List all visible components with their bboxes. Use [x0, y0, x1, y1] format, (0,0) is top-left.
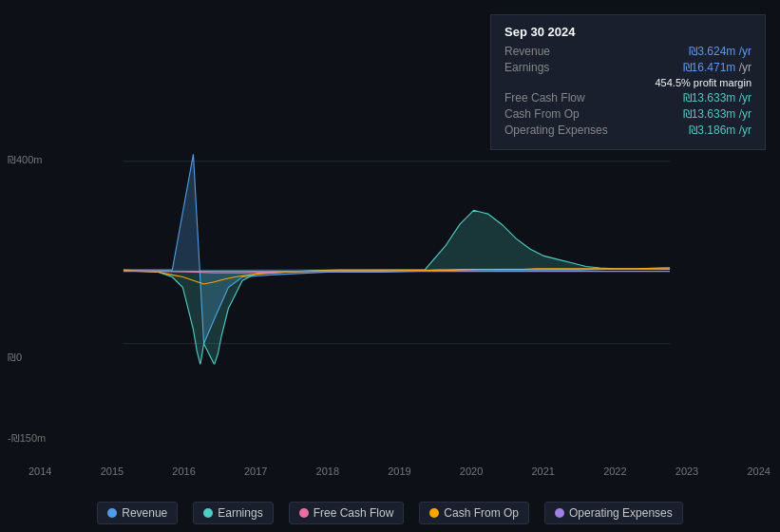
profit-margin-value: 454.5% profit margin	[656, 77, 752, 88]
info-row-earnings: Earnings ₪16.471m /yr	[504, 61, 751, 74]
earnings-period: /yr	[739, 61, 751, 74]
legend-dot-opex	[555, 508, 564, 518]
opex-label: Operating Expenses	[504, 124, 608, 137]
x-label-2020: 2020	[460, 466, 483, 477]
legend-dot-cashfromop	[429, 508, 439, 518]
legend-cashfromop[interactable]: Cash From Op	[419, 502, 529, 524]
revenue-value: ₪3.624m /yr	[689, 45, 751, 58]
earnings-value: ₪16.471m /yr	[683, 61, 751, 74]
x-label-2021: 2021	[531, 466, 554, 477]
info-tooltip: Sep 30 2024 Revenue ₪3.624m /yr Earnings…	[490, 14, 766, 150]
legend-opex[interactable]: Operating Expenses	[544, 502, 683, 524]
x-label-2024: 2024	[747, 466, 770, 477]
x-label-2014: 2014	[29, 466, 51, 477]
x-label-2015: 2015	[101, 466, 124, 477]
x-label-2017: 2017	[244, 466, 267, 477]
cashfromop-value: ₪13.633m /yr	[683, 107, 751, 121]
cashfromop-label: Cash From Op	[504, 107, 580, 121]
fcf-value: ₪13.633m /yr	[683, 91, 751, 104]
fcf-label: Free Cash Flow	[504, 91, 585, 104]
legend-dot-fcf	[299, 508, 309, 518]
x-label-2018: 2018	[316, 466, 339, 477]
info-row-fcf: Free Cash Flow ₪13.633m /yr	[504, 91, 751, 104]
x-label-2016: 2016	[172, 466, 195, 477]
legend-dot-revenue	[107, 508, 117, 518]
info-row-opex: Operating Expenses ₪3.186m /yr	[504, 124, 751, 137]
x-label-2023: 2023	[675, 466, 698, 477]
info-row-revenue: Revenue ₪3.624m /yr	[504, 45, 751, 58]
legend-label-cashfromop: Cash From Op	[444, 506, 519, 520]
x-label-2019: 2019	[388, 466, 410, 477]
revenue-label: Revenue	[504, 45, 550, 58]
main-chart	[0, 147, 780, 442]
info-row-cashfromop: Cash From Op ₪13.633m /yr	[504, 107, 751, 121]
legend-fcf[interactable]: Free Cash Flow	[289, 502, 405, 524]
legend-label-fcf: Free Cash Flow	[314, 506, 394, 520]
legend-label-revenue: Revenue	[122, 506, 167, 520]
legend-dot-earnings	[203, 508, 213, 518]
legend-earnings[interactable]: Earnings	[193, 502, 273, 524]
earnings-area	[124, 210, 671, 364]
legend-label-opex: Operating Expenses	[569, 506, 673, 520]
info-row-margin: 454.5% profit margin	[504, 77, 751, 88]
legend-label-earnings: Earnings	[218, 506, 262, 520]
x-axis: 2014 2015 2016 2017 2018 2019 2020 2021 …	[29, 466, 770, 477]
earnings-label: Earnings	[504, 61, 549, 74]
earnings-amount: ₪16.471m	[683, 61, 736, 74]
legend-revenue[interactable]: Revenue	[97, 502, 178, 524]
chart-legend: Revenue Earnings Free Cash Flow Cash Fro…	[0, 502, 780, 524]
tooltip-title: Sep 30 2024	[504, 25, 751, 39]
x-label-2022: 2022	[603, 466, 626, 477]
opex-value: ₪3.186m /yr	[689, 124, 751, 137]
